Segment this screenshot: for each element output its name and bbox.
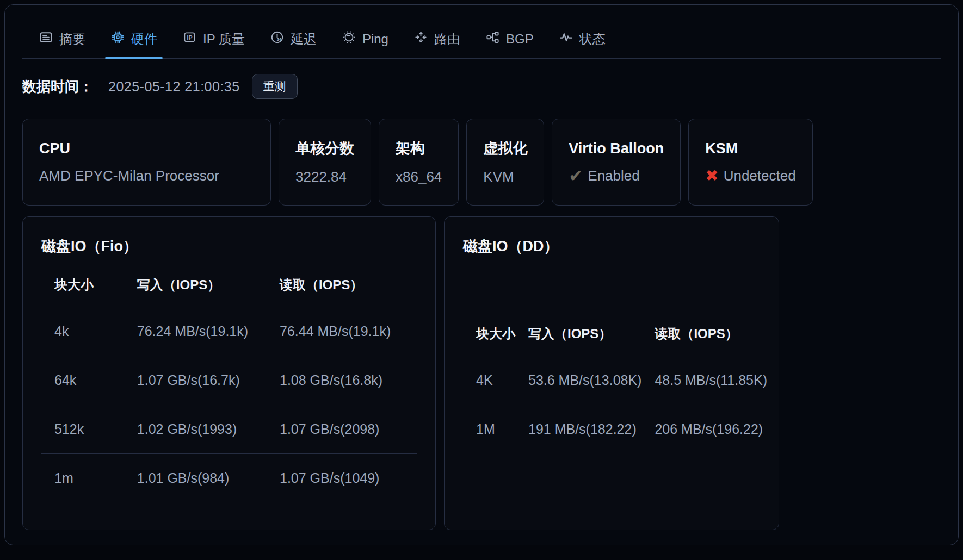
- cell: 76.24 MB/s(19.1k): [124, 307, 267, 356]
- data-time-value: 2025-05-12 21:00:35: [108, 79, 240, 95]
- card-virtio-balloon: Virtio Balloon ✔ Enabled: [552, 119, 681, 206]
- column-header: 读取（IOPS）: [641, 318, 767, 356]
- card-title: 磁盘IO（Fio）: [41, 237, 417, 256]
- card-title: 磁盘IO（DD）: [463, 237, 760, 256]
- tab-status[interactable]: 状态: [559, 30, 606, 58]
- card-title: 单核分数: [295, 139, 354, 158]
- clock-24-icon: 24: [270, 30, 285, 48]
- card-architecture: 架构 x86_64: [379, 119, 459, 206]
- table-row: 4k 76.24 MB/s(19.1k) 76.44 MB/s(19.1k): [41, 307, 417, 356]
- cell: 1.08 GB/s(16.8k): [267, 356, 417, 405]
- table-row: 512k 1.02 GB/s(1993) 1.07 GB/s(2098): [41, 405, 417, 453]
- cell: 4K: [463, 356, 515, 405]
- tab-label: 硬件: [131, 30, 157, 48]
- table-row: 64k 1.07 GB/s(16.7k) 1.08 GB/s(16.8k): [41, 356, 417, 405]
- disk-io-dd-card: 磁盘IO（DD） 块大小 写入（IOPS） 读取（IOPS） 4K: [444, 216, 779, 530]
- status-text: Undetected: [724, 167, 796, 184]
- check-icon: ✔: [569, 167, 583, 184]
- tab-label: BGP: [506, 32, 534, 47]
- retest-button[interactable]: 重测: [252, 74, 298, 99]
- cell: 64k: [41, 356, 124, 405]
- summary-list-icon: [39, 30, 53, 48]
- card-value: KVM: [483, 169, 527, 185]
- tab-label: 路由: [434, 30, 460, 48]
- cell: 191 MB/s(182.22): [515, 405, 641, 453]
- svg-text:24: 24: [277, 37, 282, 42]
- data-time-label: 数据时间：: [22, 77, 93, 96]
- table-header-row: 块大小 写入（IOPS） 读取（IOPS）: [41, 269, 417, 307]
- card-title: 架构: [396, 139, 442, 158]
- cpu-chip-icon: [110, 30, 125, 48]
- cell: 1.07 GB/s(2098): [267, 405, 417, 453]
- column-header: 读取（IOPS）: [267, 269, 417, 307]
- tab-label: 摘要: [59, 30, 85, 48]
- cell: 76.44 MB/s(19.1k): [267, 307, 417, 356]
- fio-table-wrap: 块大小 写入（IOPS） 读取（IOPS） 4k 76.24 MB/s(19.1…: [41, 256, 417, 514]
- cell: 1.07 GB/s(16.7k): [124, 356, 267, 405]
- card-value: 3222.84: [295, 169, 354, 185]
- card-title: 虚拟化: [483, 139, 527, 158]
- tab-label: Ping: [362, 32, 388, 47]
- card-title: Virtio Balloon: [569, 140, 664, 157]
- cell: 53.6 MB/s(13.08K): [515, 356, 641, 405]
- tab-latency[interactable]: 24 延迟: [270, 30, 317, 58]
- card-cpu: CPU AMD EPYC-Milan Processor: [22, 119, 271, 206]
- globe-ping-icon: [342, 30, 356, 48]
- card-value: x86_64: [396, 169, 442, 185]
- bgp-network-icon: [485, 30, 500, 48]
- fio-table: 块大小 写入（IOPS） 读取（IOPS） 4k 76.24 MB/s(19.1…: [41, 269, 417, 502]
- table-row: 1m 1.01 GB/s(984) 1.07 GB/s(1049): [41, 453, 417, 502]
- card-ksm: KSM ✖ Undetected: [688, 119, 812, 206]
- tab-hardware[interactable]: 硬件: [110, 30, 157, 58]
- tab-ip-quality[interactable]: IP IP 质量: [182, 30, 245, 58]
- disk-io-row: 磁盘IO（Fio） 块大小 写入（IOPS） 读取（IOPS） 4k: [22, 216, 941, 530]
- ip-badge-icon: IP: [182, 30, 197, 48]
- column-header: 写入（IOPS）: [515, 318, 641, 356]
- tab-label: 延迟: [291, 30, 317, 48]
- dd-table: 块大小 写入（IOPS） 读取（IOPS） 4K 53.6 MB/s(13.08…: [463, 318, 767, 453]
- dd-table-wrap: 块大小 写入（IOPS） 读取（IOPS） 4K 53.6 MB/s(13.08…: [463, 256, 760, 514]
- card-value: ✔ Enabled: [569, 167, 664, 184]
- cross-icon: ✖: [705, 168, 718, 184]
- info-cards-row: CPU AMD EPYC-Milan Processor 单核分数 3222.8…: [22, 119, 941, 206]
- tab-ping[interactable]: Ping: [342, 30, 388, 58]
- card-title: CPU: [39, 140, 254, 157]
- cell: 1.07 GB/s(1049): [267, 453, 417, 502]
- table-header-row: 块大小 写入（IOPS） 读取（IOPS）: [463, 318, 767, 356]
- card-title: KSM: [705, 140, 795, 157]
- cell: 1.01 GB/s(984): [124, 453, 267, 502]
- tab-bgp[interactable]: BGP: [485, 30, 534, 58]
- card-virtualization: 虚拟化 KVM: [466, 119, 544, 206]
- tab-label: IP 质量: [203, 30, 245, 48]
- data-time-row: 数据时间： 2025-05-12 21:00:35 重测: [22, 74, 941, 99]
- status-text: Enabled: [588, 167, 639, 184]
- table-row: 1M 191 MB/s(182.22) 206 MB/s(196.22): [463, 405, 767, 453]
- cell: 4k: [41, 307, 124, 356]
- card-value: AMD EPYC-Milan Processor: [39, 167, 254, 184]
- column-header: 块大小: [41, 269, 124, 307]
- tab-label: 状态: [579, 30, 606, 48]
- tab-route[interactable]: 路由: [413, 30, 460, 58]
- column-header: 写入（IOPS）: [124, 269, 267, 307]
- disk-io-fio-card: 磁盘IO（Fio） 块大小 写入（IOPS） 读取（IOPS） 4k: [22, 216, 436, 530]
- cell: 512k: [41, 405, 124, 453]
- card-single-core-score: 单核分数 3222.84: [279, 119, 371, 206]
- cell: 48.5 MB/s(11.85K): [641, 356, 767, 405]
- status-pulse-icon: [559, 30, 573, 48]
- route-arrows-icon: [413, 30, 428, 48]
- column-header: 块大小: [463, 318, 515, 356]
- cell: 1m: [41, 453, 124, 502]
- cell: 1.02 GB/s(1993): [124, 405, 267, 453]
- tab-summary[interactable]: 摘要: [39, 30, 85, 58]
- svg-text:IP: IP: [187, 34, 192, 41]
- table-row: 4K 53.6 MB/s(13.08K) 48.5 MB/s(11.85K): [463, 356, 767, 405]
- card-value: ✖ Undetected: [705, 167, 795, 184]
- cell: 1M: [463, 405, 515, 453]
- cell: 206 MB/s(196.22): [641, 405, 767, 453]
- hardware-panel: 摘要 硬件 IP IP 质量 24 延迟: [4, 4, 959, 545]
- tab-bar: 摘要 硬件 IP IP 质量 24 延迟: [22, 5, 941, 59]
